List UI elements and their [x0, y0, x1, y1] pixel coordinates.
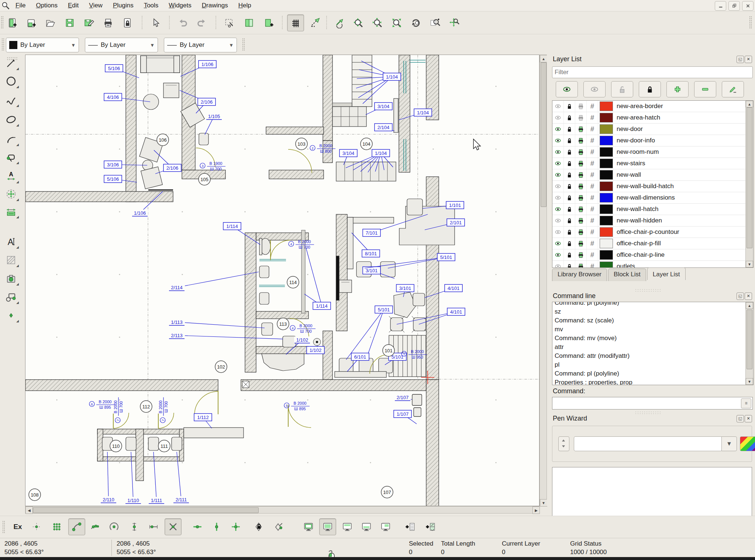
- restrict-horizontal-button[interactable]: [189, 518, 206, 535]
- menu-widgets[interactable]: Widgets: [163, 1, 196, 10]
- combo-dropdown-arrow[interactable]: ▼: [721, 436, 737, 451]
- layer-construction-icon[interactable]: #: [587, 146, 598, 158]
- layer-visibility-icon[interactable]: [552, 135, 564, 146]
- close-panel-button[interactable]: ✕: [745, 56, 752, 63]
- add-drawing-widget-button[interactable]: [422, 518, 439, 535]
- redraw-button[interactable]: [331, 14, 348, 31]
- spline-tool[interactable]: ◢: [3, 92, 20, 108]
- text-tool[interactable]: A◢: [3, 234, 20, 250]
- snapbar-drag-handle[interactable]: [2, 521, 5, 534]
- layer-print-icon[interactable]: [575, 101, 587, 112]
- grid-toggle-button[interactable]: [287, 14, 304, 31]
- layer-construction-icon[interactable]: #: [587, 215, 598, 226]
- command-history[interactable]: Command: pl (polyline)szCommand: sz (sca…: [552, 302, 754, 385]
- command-history-scrollbar[interactable]: ▲ ▼: [745, 302, 753, 385]
- layer-color-swatch[interactable]: [600, 250, 613, 260]
- layer-construction-icon[interactable]: #: [587, 192, 598, 203]
- dimension-linear-tool[interactable]: ◢: [3, 203, 20, 219]
- horizontal-scroll-thumb[interactable]: [33, 507, 259, 513]
- linetype-combo[interactable]: By Layer▼: [164, 38, 237, 52]
- toolbar-extension-handle[interactable]: [749, 16, 752, 29]
- layer-lock-icon[interactable]: [564, 181, 575, 192]
- layer-construction-icon[interactable]: #: [587, 124, 598, 135]
- command-input[interactable]: ≡: [552, 397, 753, 409]
- layer-construction-icon[interactable]: #: [587, 204, 598, 215]
- layer-visibility-icon[interactable]: [552, 215, 564, 226]
- layer-lock-icon[interactable]: [564, 261, 575, 268]
- layer-color-swatch[interactable]: [600, 147, 613, 157]
- layer-color-swatch[interactable]: [600, 124, 613, 134]
- image-tool[interactable]: ◢: [3, 270, 20, 287]
- layer-print-icon[interactable]: [575, 227, 587, 238]
- layer-visibility-icon[interactable]: [552, 227, 564, 238]
- layer-print-icon[interactable]: [575, 112, 587, 123]
- layer-row[interactable]: #new-wall: [552, 169, 746, 181]
- menu-view[interactable]: View: [84, 1, 108, 10]
- width-combo[interactable]: By Layer▼: [85, 38, 158, 52]
- snap-on-entity-button[interactable]: [86, 518, 103, 535]
- layer-visibility-icon[interactable]: [552, 112, 564, 123]
- layer-print-icon[interactable]: [575, 169, 587, 180]
- layer-construction-icon[interactable]: #: [587, 101, 598, 112]
- layer-lock-icon[interactable]: [564, 249, 575, 260]
- canvas-vertical-scrollbar[interactable]: ▲ ▼: [539, 55, 547, 506]
- float-panel-button[interactable]: ◱: [737, 293, 744, 300]
- insert-block-button[interactable]: [241, 14, 258, 31]
- color-combo[interactable]: By Layer▼: [6, 38, 79, 52]
- new-from-template-button[interactable]: [23, 14, 40, 31]
- add-block-button[interactable]: [261, 14, 277, 31]
- layer-filter-input[interactable]: [552, 66, 753, 78]
- snap-distance-button[interactable]: [145, 518, 162, 535]
- add-layer-button[interactable]: [666, 81, 689, 97]
- set-relative-zero-button[interactable]: [270, 518, 287, 535]
- layer-construction-icon[interactable]: #: [587, 112, 598, 123]
- new-file-button[interactable]: [4, 14, 21, 31]
- layer-row[interactable]: #new-door-info: [552, 135, 746, 146]
- layer-print-icon[interactable]: [575, 135, 587, 146]
- layer-print-icon[interactable]: [575, 261, 587, 268]
- layer-color-swatch[interactable]: [600, 159, 613, 168]
- hide-all-layers-button[interactable]: [583, 81, 606, 97]
- cut-button[interactable]: [221, 14, 238, 31]
- vertical-scroll-thumb[interactable]: [541, 62, 547, 207]
- layer-color-swatch[interactable]: [600, 204, 613, 214]
- open-button[interactable]: [42, 14, 59, 31]
- layer-visibility-icon[interactable]: [552, 158, 564, 169]
- layer-color-swatch[interactable]: [600, 193, 613, 203]
- layer-color-swatch[interactable]: [600, 113, 613, 122]
- layer-construction-icon[interactable]: #: [587, 158, 598, 169]
- menu-help[interactable]: Help: [233, 1, 256, 10]
- layer-color-swatch[interactable]: [600, 227, 613, 237]
- layer-color-swatch[interactable]: [600, 170, 613, 180]
- draft-mode-button[interactable]: [306, 14, 323, 31]
- tab-library-browser[interactable]: Library Browser: [552, 269, 607, 281]
- layer-lock-icon[interactable]: [564, 135, 575, 146]
- dimension-tool[interactable]: A◢: [3, 168, 20, 184]
- layer-color-swatch[interactable]: [600, 262, 613, 268]
- zoom-previous-button[interactable]: [407, 14, 424, 31]
- tab-block-list[interactable]: Block List: [608, 269, 646, 281]
- hatch-tool[interactable]: ◢: [3, 252, 20, 268]
- layer-lock-icon[interactable]: [564, 112, 575, 123]
- panel-drag-handle[interactable]: [635, 288, 661, 291]
- layer-visibility-icon[interactable]: [552, 181, 564, 192]
- snap-endpoint-button[interactable]: [68, 518, 85, 535]
- snap-grid-button[interactable]: [48, 518, 65, 535]
- panel-drag-handle[interactable]: [635, 411, 661, 414]
- modify-layer-button[interactable]: [722, 81, 744, 97]
- modify-tool[interactable]: ◢: [3, 186, 20, 202]
- layer-visibility-icon[interactable]: [552, 124, 564, 135]
- layer-lock-icon[interactable]: [564, 169, 575, 180]
- print-preview-button[interactable]: [119, 14, 136, 31]
- layer-list-scrollbar[interactable]: ▲ ▼: [745, 101, 753, 267]
- layer-row[interactable]: #new-wall-dimensions: [552, 192, 746, 204]
- arc-tool[interactable]: ◢: [3, 131, 20, 147]
- layer-print-icon[interactable]: [575, 238, 587, 249]
- layer-color-swatch[interactable]: [600, 216, 613, 225]
- layer-color-swatch[interactable]: [600, 136, 613, 145]
- toolbar-drag-handle[interactable]: [1, 16, 4, 29]
- menu-edit[interactable]: Edit: [63, 1, 84, 10]
- layer-print-icon[interactable]: [575, 249, 587, 260]
- layer-print-icon[interactable]: [575, 124, 587, 135]
- menu-tools[interactable]: Tools: [139, 1, 164, 10]
